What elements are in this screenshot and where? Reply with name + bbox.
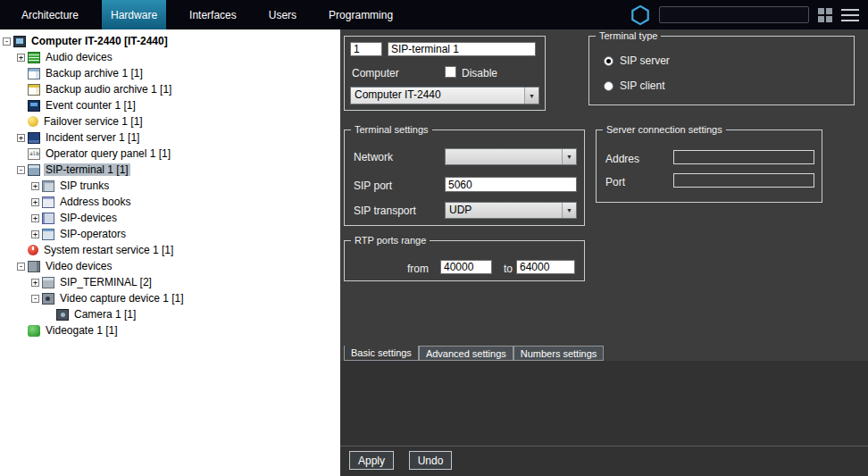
- expand-toggle[interactable]: +: [17, 54, 25, 62]
- sip-terminal-group-icon: [42, 277, 54, 288]
- tree-item-video-capture-device-1-1[interactable]: -Video capture device 1 [1]: [0, 290, 340, 306]
- menu-item-users[interactable]: Users: [260, 0, 305, 29]
- device-tree: -Computer IT-2440 [IT-2440]+Audio device…: [0, 29, 340, 476]
- tree-item-sip-operators[interactable]: +SIP-operators: [0, 226, 340, 242]
- tree-item-backup-audio-archive-1-1[interactable]: Backup audio archive 1 [1]: [0, 81, 340, 97]
- radio-option-sip-server[interactable]: SIP server: [604, 54, 670, 67]
- button-separator: [340, 446, 868, 447]
- rtp-from-input[interactable]: [440, 260, 492, 274]
- system-restart-service-icon: [28, 245, 38, 255]
- tree-item-event-counter-1-1[interactable]: Event counter 1 [1]: [0, 97, 340, 113]
- tab-advanced-settings[interactable]: Advanced settings: [419, 346, 513, 361]
- tree-item-operator-query-panel-1-1[interactable]: Operator query panel 1 [1]: [0, 146, 340, 162]
- tree-item-label: Backup audio archive 1 [1]: [44, 83, 173, 96]
- tree-item-label: Camera 1 [1]: [72, 308, 138, 321]
- tree-item-address-books[interactable]: +Address books: [0, 194, 340, 210]
- tree-item-camera-1-1[interactable]: Camera 1 [1]: [0, 306, 340, 322]
- rtp-ports-title: RTP ports range: [351, 234, 430, 246]
- tree-item-failover-service-1-1[interactable]: Failover service 1 [1]: [0, 113, 340, 129]
- undo-button[interactable]: Undo: [409, 451, 452, 470]
- radio-option-sip-client[interactable]: SIP client: [604, 79, 670, 92]
- terminal-type-options: SIP serverSIP client: [604, 54, 670, 104]
- tree-item-computer-it-2440-it-2440[interactable]: -Computer IT-2440 [IT-2440]: [0, 33, 340, 49]
- expand-toggle[interactable]: -: [31, 295, 39, 303]
- expand-spacer: [46, 311, 54, 319]
- radio-label: SIP server: [620, 54, 670, 67]
- failover-service-icon: [28, 116, 38, 127]
- tree-item-system-restart-service-1-1[interactable]: System restart service 1 [1]: [0, 242, 340, 258]
- tree-item-backup-archive-1-1[interactable]: Backup archive 1 [1]: [0, 65, 340, 81]
- topbar: ArchitectureHardwareInterfacesUsersProgr…: [0, 0, 868, 29]
- hamburger-menu-icon[interactable]: [841, 9, 859, 21]
- tree-item-label: SIP-operators: [58, 228, 128, 240]
- tree-item-sip-trunks[interactable]: +SIP trunks: [0, 178, 340, 194]
- tree-item-audio-devices[interactable]: +Audio devices: [0, 49, 340, 65]
- tree-item-label: SIP-devices: [58, 212, 119, 224]
- menu-item-hardware[interactable]: Hardware: [102, 0, 166, 29]
- tree-item-incident-server-1-1[interactable]: +Incident server 1 [1]: [0, 129, 340, 146]
- terminal-id-input[interactable]: [350, 42, 382, 56]
- radio-button[interactable]: [604, 56, 613, 66]
- tab-basic-settings[interactable]: Basic settings: [344, 346, 419, 361]
- settings-panel: Computer Disable Computer IT-2440 ▼ Term…: [340, 29, 868, 476]
- tree-item-label: Operator query panel 1 [1]: [44, 147, 172, 160]
- hexagon-logo: [630, 4, 650, 26]
- rtp-to-input[interactable]: [516, 260, 575, 274]
- apps-grid-icon[interactable]: [818, 8, 832, 22]
- expand-toggle[interactable]: +: [31, 198, 39, 206]
- expand-toggle[interactable]: +: [31, 214, 39, 222]
- menu-item-programming[interactable]: Programming: [320, 0, 402, 29]
- tree-item-videogate-1-1[interactable]: Videogate 1 [1]: [0, 322, 340, 338]
- computer-select[interactable]: Computer IT-2440 ▼: [350, 87, 539, 104]
- sip-devices-icon: [42, 213, 54, 224]
- camera-icon: [56, 309, 69, 321]
- address-input[interactable]: [673, 150, 814, 164]
- expand-toggle[interactable]: -: [17, 166, 25, 174]
- expand-toggle[interactable]: +: [31, 230, 39, 238]
- chevron-down-icon: ▼: [562, 149, 576, 164]
- expand-toggle[interactable]: +: [17, 134, 25, 142]
- chevron-down-icon: ▼: [562, 203, 576, 218]
- expand-spacer: [17, 246, 25, 255]
- sip-trunks-icon: [42, 180, 54, 192]
- tab-numbers-settings[interactable]: Numbers settings: [513, 346, 605, 361]
- sip-transport-select-value: UDP: [446, 203, 562, 218]
- disable-label: Disable: [462, 67, 497, 79]
- apply-button[interactable]: Apply: [349, 451, 394, 470]
- tree-item-sip-terminal-1-1[interactable]: -SIP-terminal 1 [1]: [0, 162, 340, 178]
- search-input[interactable]: [659, 6, 809, 23]
- menu-item-interfaces[interactable]: Interfaces: [180, 0, 246, 29]
- port-input[interactable]: [673, 173, 814, 188]
- videogate-icon: [28, 325, 40, 337]
- disable-checkbox[interactable]: [445, 66, 456, 78]
- tree-item-label: SIP trunks: [58, 180, 111, 192]
- tree-item-label: Computer IT-2440 [IT-2440]: [29, 35, 170, 47]
- radio-button[interactable]: [604, 81, 613, 91]
- terminal-settings-title: Terminal settings: [351, 123, 432, 136]
- terminal-type-group: Terminal type SIP serverSIP client: [588, 36, 855, 105]
- address-label: Addres: [605, 153, 639, 165]
- terminal-settings-group: Terminal settings Network ▼ SIP port SIP…: [344, 129, 585, 226]
- tree-item-label: System restart service 1 [1]: [42, 244, 175, 256]
- server-connection-group: Server connection settings Addres Port: [596, 129, 822, 203]
- tree-item-label: Video capture device 1 [1]: [58, 292, 186, 305]
- network-select[interactable]: ▼: [445, 148, 577, 165]
- expand-toggle[interactable]: -: [3, 38, 11, 46]
- radio-label: SIP client: [620, 79, 664, 92]
- tree-item-video-devices[interactable]: -Video devices: [0, 258, 340, 274]
- terminal-name-input[interactable]: [388, 42, 536, 56]
- expand-toggle[interactable]: -: [17, 263, 25, 271]
- expand-toggle[interactable]: +: [31, 182, 39, 190]
- tree-item-label: Video devices: [44, 260, 114, 272]
- tree-item-sip-terminal-2[interactable]: +SIP_TERMINAL [2]: [0, 274, 340, 290]
- tree-item-label: Audio devices: [44, 51, 114, 63]
- sip-operators-icon: [42, 229, 54, 240]
- sip-port-input[interactable]: [445, 177, 577, 192]
- expand-toggle[interactable]: +: [31, 279, 39, 287]
- sip-transport-select[interactable]: UDP ▼: [445, 202, 577, 219]
- menu-item-architecture[interactable]: Architecture: [13, 0, 88, 29]
- rtp-from-label: from: [407, 263, 429, 275]
- operator-query-panel-icon: [28, 148, 40, 160]
- port-label: Port: [605, 176, 625, 188]
- tree-item-sip-devices[interactable]: +SIP-devices: [0, 210, 340, 226]
